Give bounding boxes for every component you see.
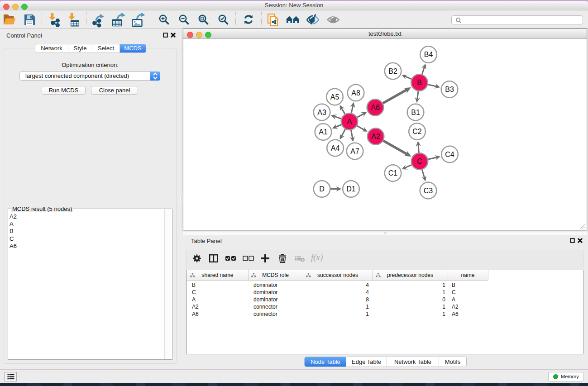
svg-text:B4: B4 xyxy=(424,51,433,58)
svg-text:C1: C1 xyxy=(388,169,398,177)
svg-text:B: B xyxy=(417,79,422,86)
svg-text:A7: A7 xyxy=(350,148,359,155)
svg-text:B3: B3 xyxy=(445,86,454,93)
svg-text:A8: A8 xyxy=(351,89,360,97)
svg-text:A2: A2 xyxy=(371,133,380,140)
svg-text:C4: C4 xyxy=(445,151,454,158)
svg-text:D1: D1 xyxy=(346,185,356,193)
svg-text:C3: C3 xyxy=(424,187,433,195)
svg-text:A4: A4 xyxy=(331,144,340,152)
svg-text:A6: A6 xyxy=(371,104,380,111)
svg-text:C2: C2 xyxy=(412,128,422,135)
svg-text:A: A xyxy=(347,118,352,125)
svg-text:D: D xyxy=(319,185,325,193)
svg-text:C: C xyxy=(417,157,422,165)
svg-text:B1: B1 xyxy=(411,109,420,116)
svg-text:B2: B2 xyxy=(388,67,397,75)
svg-text:A3: A3 xyxy=(317,109,326,116)
svg-text:A5: A5 xyxy=(330,93,339,101)
svg-text:A1: A1 xyxy=(319,128,328,136)
